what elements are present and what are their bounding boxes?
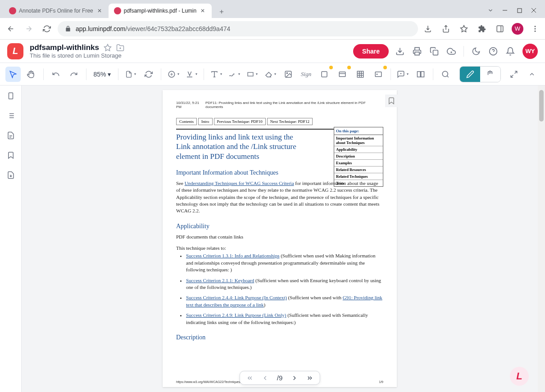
toc-item[interactable]: Description <box>334 153 383 160</box>
collapse-button[interactable] <box>524 67 540 82</box>
bookmarks-icon[interactable] <box>6 150 16 160</box>
svg-point-15 <box>377 74 377 75</box>
cloud-sync-icon[interactable] <box>446 46 456 56</box>
edit-mode-button[interactable] <box>460 67 480 82</box>
page-tool[interactable]: ▾ <box>123 67 138 82</box>
table-tool[interactable] <box>353 67 368 82</box>
thumbnails-icon[interactable] <box>6 91 16 101</box>
view-mode-button[interactable] <box>480 67 500 82</box>
last-page-button[interactable] <box>306 374 313 382</box>
close-icon[interactable]: ✕ <box>199 7 206 14</box>
extensions-icon[interactable] <box>476 23 488 35</box>
share-button[interactable]: Share <box>353 44 389 59</box>
bell-icon[interactable] <box>505 46 515 56</box>
maximize-icon[interactable] <box>516 7 522 14</box>
fullscreen-button[interactable] <box>506 67 522 82</box>
bookmark-star-icon[interactable] <box>458 23 470 35</box>
prev-page-button[interactable] <box>262 374 269 382</box>
pdf-link[interactable]: Understanding Techniques for WCAG Succes… <box>185 180 294 186</box>
svg-rect-17 <box>421 72 424 77</box>
search-tool[interactable] <box>438 67 453 82</box>
document-subtitle: This file is stored on Lumin Storage <box>30 52 347 59</box>
toc-item[interactable]: Applicability <box>334 146 383 153</box>
draw-tool[interactable]: ▾ <box>166 67 181 82</box>
toc-item[interactable]: Examples <box>334 160 383 167</box>
window-close-icon[interactable] <box>531 7 537 14</box>
folder-move-icon[interactable] <box>116 44 124 52</box>
star-icon[interactable] <box>104 44 112 52</box>
tab-active[interactable]: pdfsampl-withlinks.pdf - Lumin ✕ <box>109 4 212 18</box>
first-page-button[interactable] <box>246 374 254 382</box>
redo-button[interactable] <box>66 67 82 82</box>
svg-point-2 <box>535 26 536 27</box>
new-tab-button[interactable] <box>215 5 228 18</box>
compare-tool[interactable] <box>413 67 428 82</box>
freehand-tool[interactable]: ▾ <box>227 67 242 82</box>
chevron-down-icon[interactable] <box>487 7 494 14</box>
pdf-nav-prev[interactable]: Previous Technique: PDF10 <box>214 118 266 125</box>
outline-icon[interactable] <box>6 111 16 121</box>
bookmark-page-icon[interactable] <box>385 95 398 107</box>
download-icon[interactable] <box>395 46 405 56</box>
toc-item[interactable]: Tests <box>334 180 383 186</box>
text-box-tool[interactable]: ▾ <box>209 67 224 82</box>
attachments-icon[interactable] <box>6 170 16 180</box>
forward-button[interactable] <box>22 22 36 36</box>
undo-button[interactable] <box>48 67 64 82</box>
install-icon[interactable] <box>422 23 434 35</box>
annotations-icon[interactable] <box>6 131 16 140</box>
sidepanel-icon[interactable] <box>494 23 506 35</box>
svg-rect-16 <box>418 72 421 77</box>
pdf-link[interactable]: Success Criterion 2.4.9: Link Purpose (L… <box>186 312 286 318</box>
next-page-button[interactable] <box>291 374 298 382</box>
eraser-tool[interactable]: ▾ <box>263 67 278 82</box>
scroll-thumb[interactable] <box>539 90 544 122</box>
lumin-logo[interactable]: L <box>7 43 23 59</box>
select-tool[interactable] <box>5 67 21 82</box>
attachment-tool[interactable] <box>371 67 386 82</box>
image-tool[interactable] <box>281 67 296 82</box>
page-meta-date: 10/31/22, 5:21 PM <box>176 101 205 109</box>
profile-avatar[interactable]: W <box>512 23 523 35</box>
form-tool[interactable] <box>335 67 350 82</box>
vertical-scrollbar[interactable] <box>538 86 545 392</box>
user-avatar[interactable]: WY <box>522 44 538 59</box>
back-button[interactable] <box>4 22 18 36</box>
toc-item[interactable]: Related Techniques <box>334 173 383 180</box>
tab-inactive[interactable]: Annotate PDFs Online for Free ✕ <box>4 4 109 18</box>
pdf-nav-intro[interactable]: Intro <box>198 118 213 125</box>
print-icon[interactable] <box>412 46 422 56</box>
share-icon[interactable] <box>440 23 452 35</box>
toc-item[interactable]: Related Resources <box>334 167 383 173</box>
rotate-tool[interactable] <box>141 67 156 82</box>
tab-title: Annotate PDFs Online for Free <box>19 8 93 14</box>
pdf-nav-contents[interactable]: Contents <box>176 118 197 125</box>
help-icon[interactable] <box>488 46 498 56</box>
shape-tool[interactable]: ▾ <box>245 67 260 82</box>
pdf-link[interactable]: Success Criterion 2.1.1: Keyboard <box>186 278 254 283</box>
minimize-icon[interactable] <box>502 7 508 14</box>
pdf-viewport[interactable]: 10/31/22, 5:21 PM PDF11: Providing links… <box>22 86 538 392</box>
svg-rect-0 <box>518 9 522 13</box>
zoom-level[interactable]: 85%▾ <box>91 71 114 78</box>
pdf-nav-next[interactable]: Next Technique: PDF12 <box>267 118 313 125</box>
help-bubble-button[interactable]: L <box>510 367 529 386</box>
sign-tool[interactable]: Sign <box>299 67 314 82</box>
comment-tool[interactable]: ▾ <box>395 67 410 82</box>
reload-button[interactable] <box>40 22 54 36</box>
close-icon[interactable]: ✕ <box>96 7 103 14</box>
pdf-link[interactable]: Success Criterion 2.4.4: Link Purpose (I… <box>186 295 287 300</box>
menu-dots-icon[interactable] <box>529 23 541 35</box>
copy-icon[interactable] <box>429 46 439 56</box>
page-indicator: /9 <box>277 374 283 382</box>
pan-tool[interactable] <box>23 67 39 82</box>
window-controls <box>483 7 541 18</box>
stamp-tool[interactable] <box>317 67 332 82</box>
toc-item[interactable]: Important Information about Techniques <box>334 135 383 146</box>
address-bar[interactable]: app.luminpdf.com/viewer/64c7532ba22abcc6… <box>58 21 418 36</box>
text-style-tool[interactable]: ▾ <box>184 67 199 82</box>
moon-icon[interactable] <box>471 46 481 56</box>
pdf-link[interactable]: Success Criterion 1.3.1: Info and Relati… <box>186 253 279 258</box>
svg-rect-5 <box>433 50 438 55</box>
pdf-h1: Providing links and link text using the … <box>176 132 307 161</box>
